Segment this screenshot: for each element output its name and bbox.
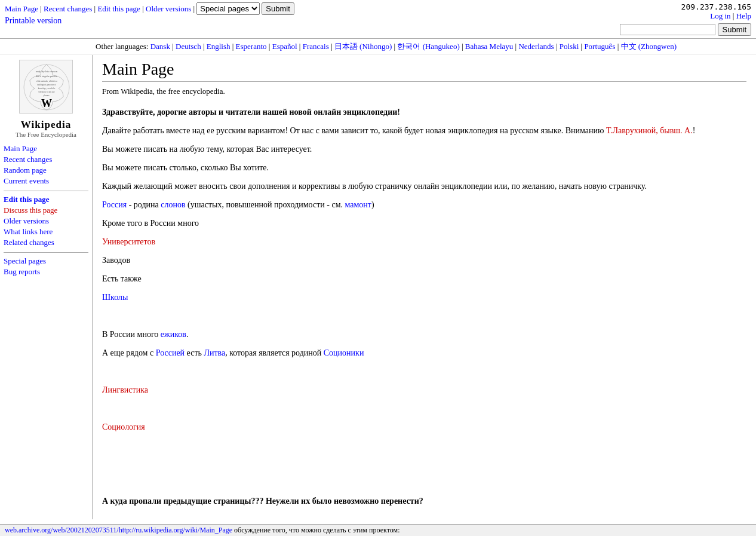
link-universitetov[interactable]: Университетов	[102, 237, 155, 246]
nav-printable-version[interactable]: Printable version	[5, 16, 62, 25]
est-takzhe-line: Есть также	[102, 272, 746, 285]
link-lingvistika[interactable]: Лингвистика	[102, 385, 148, 394]
nav-main-page[interactable]: Main Page	[5, 4, 38, 13]
svg-text:vehemence of any care: vehemence of any care	[38, 91, 55, 93]
main-content: Main Page From Wikipedia, the free encyc…	[93, 55, 756, 519]
sidebar: only by his reason that a singular passi…	[0, 55, 93, 519]
hedgehogs-end: .	[186, 330, 189, 339]
top-bar-right: 209.237.238.165 Log in | Help Search	[620, 2, 751, 36]
svg-text:W: W	[41, 97, 52, 109]
nav-recent-changes[interactable]: Recent changes	[44, 4, 92, 13]
help-link[interactable]: Help	[736, 11, 751, 20]
link-mamont[interactable]: мамонт	[345, 200, 371, 209]
login-link[interactable]: Log in	[710, 11, 730, 20]
litva-line: А еще рядом с Россией есть Литва, котора…	[102, 347, 746, 359]
special-pages-select[interactable]: Special pages	[196, 2, 260, 15]
nav-edit-this-page[interactable]: Edit this page	[97, 4, 140, 13]
sidebar-nav-special: Special pages Bug reports	[4, 256, 88, 277]
other-languages-label: Other languages:	[96, 42, 148, 51]
link-slonov[interactable]: слонов	[161, 200, 185, 209]
spacer5	[102, 458, 746, 470]
litva-mid: есть	[185, 348, 204, 357]
search-input-top[interactable]	[620, 24, 715, 35]
para1-end: !	[693, 126, 696, 135]
link-sociologiya[interactable]: Социология	[102, 422, 145, 431]
lang-link-esperanto[interactable]: Esperanto	[236, 42, 267, 51]
top-bar-left: Main Page | Recent changes | Edit this p…	[5, 2, 294, 26]
spacer2	[102, 365, 746, 378]
para-invitation: Давайте работать вместе над ее русским в…	[102, 124, 746, 137]
russia-elephants-line: Россия - родина слонов (ушастых, повышен…	[102, 198, 746, 211]
svg-text:indelitigable generation of: indelitigable generation of	[37, 84, 56, 86]
russia-mid2: (ушастых, повышенной проходимости - см.	[186, 200, 345, 209]
sidebar-item-current-events[interactable]: Current events	[4, 176, 88, 186]
russia-hedgehogs-line: В России много ежиков.	[102, 328, 746, 341]
lang-dansk: Dansk	[150, 42, 170, 51]
sidebar-nav-main: Main Page Recent changes Random page Cur…	[4, 144, 88, 186]
greeting-para: Здравствуйте, дорогие авторы и читатели …	[102, 106, 746, 118]
para-write-any-topic: Вы можете писать на любую тему, которая …	[102, 143, 746, 155]
lang-link-dansk[interactable]: Dansk	[150, 42, 170, 51]
link-rossiei[interactable]: Россией	[156, 348, 185, 357]
link-socioniki[interactable]: Соционики	[324, 348, 364, 357]
spacer4	[102, 439, 746, 452]
lang-link-japanese[interactable]: 日本語 (Nihongo)	[334, 42, 392, 51]
para-write-as-much: Вы можете писать столько, сколько Вы хот…	[102, 161, 746, 174]
sidebar-item-older-versions[interactable]: Older versions	[4, 216, 88, 226]
link-lavrukhina[interactable]: Т.Лаврухиной, бывш. А.	[606, 126, 693, 135]
lang-link-english[interactable]: English	[207, 42, 231, 51]
top-bar: Main Page | Recent changes | Edit this p…	[0, 0, 756, 39]
hedgehogs-start: В России много	[102, 330, 161, 339]
top-nav: Main Page | Recent changes | Edit this p…	[5, 2, 294, 15]
sidebar-item-discuss-page[interactable]: Discuss this page	[4, 206, 88, 215]
para1-text: Давайте работать вместе над ее русским в…	[102, 126, 606, 135]
lang-link-malay[interactable]: Bahasa Melayu	[465, 42, 514, 51]
sidebar-item-main-page[interactable]: Main Page	[4, 144, 88, 154]
layout: only by his reason that a singular passi…	[0, 55, 756, 519]
sidebar-item-related-changes[interactable]: Related changes	[4, 238, 88, 247]
question-text: А куда пропали предыдущие страницы??? Не…	[102, 497, 423, 506]
lang-link-dutch[interactable]: Nederlands	[518, 42, 554, 51]
lang-link-portuguese[interactable]: Português	[584, 42, 615, 51]
logo-area: only by his reason that a singular passi…	[4, 60, 88, 138]
lang-link-espanol[interactable]: Español	[272, 42, 297, 51]
svg-text:knowledge, exceeds the: knowledge, exceeds the	[38, 87, 56, 90]
sidebar-item-what-links-here[interactable]: What links here	[4, 227, 88, 237]
link-ezhikov[interactable]: ежиков	[161, 330, 186, 339]
greeting-text: Здравствуйте, дорогие авторы и читатели …	[102, 108, 400, 117]
litva-start: А еще рядом с	[102, 348, 156, 357]
spacer6	[102, 476, 746, 489]
sidebar-item-random-page[interactable]: Random page	[4, 166, 88, 175]
lang-link-polish[interactable]: Polski	[560, 42, 579, 51]
spacer1	[102, 310, 746, 322]
page-subtitle: From Wikipedia, the free encyclopedia.	[102, 87, 746, 96]
sidebar-item-recent-changes[interactable]: Recent changes	[4, 155, 88, 164]
nav-older-versions[interactable]: Older versions	[146, 4, 191, 13]
go-button[interactable]: Go	[262, 2, 294, 15]
link-litva[interactable]: Литва	[204, 348, 225, 357]
sidebar-item-special-pages[interactable]: Special pages	[4, 256, 88, 266]
content-body: Здравствуйте, дорогие авторы и читатели …	[102, 106, 746, 507]
lang-link-korean[interactable]: 한국어 (Hangukeo)	[397, 42, 459, 51]
sidebar-divider-1	[4, 191, 88, 191]
auth-links: Log in | Help	[620, 11, 751, 21]
lingvistika-line: Лингвистика	[102, 384, 746, 396]
ip-address: 209.237.238.165	[620, 2, 751, 11]
lang-link-francais[interactable]: Francais	[303, 42, 329, 51]
spacer3	[102, 402, 746, 415]
para-anyone-can-contribute: Каждый желающий может вносить свои допол…	[102, 180, 746, 192]
lang-bar: Other languages: Dansk | Deutsch | Engli…	[0, 39, 756, 55]
russia-mid1: - родина	[127, 200, 161, 209]
lang-link-deutsch[interactable]: Deutsch	[176, 42, 201, 51]
sociologiya-line: Социология	[102, 421, 746, 433]
link-shkoly[interactable]: Школы	[102, 293, 128, 302]
link-russia[interactable]: Россия	[102, 200, 127, 209]
sidebar-item-edit-page[interactable]: Edit this page	[4, 195, 88, 204]
search-button-top[interactable]: Search	[718, 23, 751, 36]
wikipedia-logo: only by his reason that a singular passi…	[19, 60, 73, 114]
page-title: Main Page	[102, 60, 746, 82]
universitetov-line: Университетов	[102, 235, 746, 248]
lang-link-chinese[interactable]: 中文 (Zhongwen)	[621, 42, 677, 51]
sidebar-item-bug-reports[interactable]: Bug reports	[4, 267, 88, 277]
svg-text:only by his reason: only by his reason	[36, 70, 58, 73]
